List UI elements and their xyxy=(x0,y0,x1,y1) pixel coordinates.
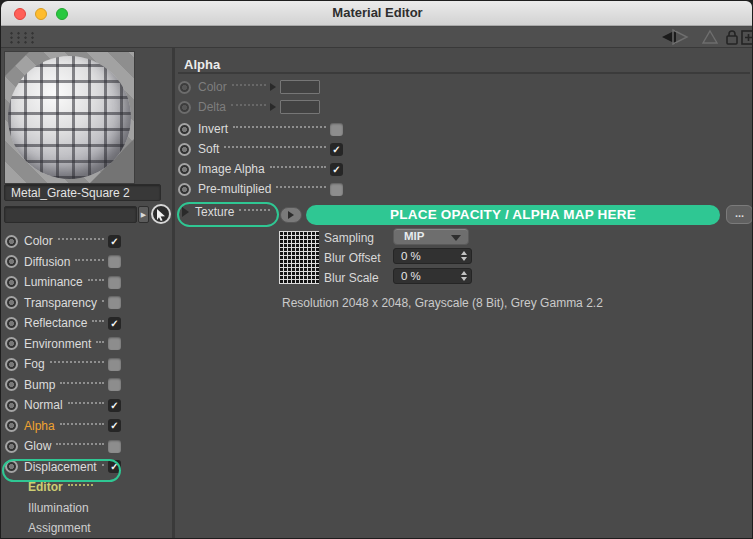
channel-row-displacement[interactable]: Displacement ✓ xyxy=(5,457,121,478)
channel-checkbox[interactable] xyxy=(108,440,121,453)
section-header: Alpha xyxy=(184,57,220,72)
channel-radio-icon[interactable] xyxy=(5,276,18,289)
color-swatch-field xyxy=(280,80,320,94)
channel-checkbox[interactable]: ✓ xyxy=(108,235,121,248)
invert-row: Invert xyxy=(178,119,343,139)
channel-checkbox[interactable] xyxy=(108,358,121,371)
channel-radio-icon[interactable] xyxy=(5,235,18,248)
channel-radio-icon[interactable] xyxy=(5,440,18,453)
channel-checkbox[interactable]: ✓ xyxy=(108,317,121,330)
channel-checkbox[interactable] xyxy=(108,255,121,268)
sampling-dropdown[interactable]: MIP xyxy=(393,228,469,245)
expand-arrow-icon xyxy=(270,83,276,91)
channel-checkbox[interactable]: ✓ xyxy=(108,460,121,473)
texture-row: Texture xyxy=(182,205,274,219)
stepper-icon[interactable] xyxy=(461,251,467,261)
channel-row-bump[interactable]: Bump xyxy=(5,375,121,396)
channel-radio-icon[interactable] xyxy=(5,378,18,391)
channel-checkbox[interactable] xyxy=(108,276,121,289)
enable-radio-icon xyxy=(178,101,191,114)
texture-resolution-info: Resolution 2048 x 2048, Grayscale (8 Bit… xyxy=(282,296,603,310)
channel-row-normal[interactable]: Normal ✓ xyxy=(5,395,121,416)
material-preview[interactable] xyxy=(4,51,135,184)
sampling-label: Sampling xyxy=(324,231,374,245)
page-item-assignment[interactable]: Assignment xyxy=(5,518,121,539)
soft-checkbox[interactable]: ✓ xyxy=(330,143,343,156)
material-link-field[interactable] xyxy=(4,206,137,223)
menu-arrow-icon xyxy=(288,211,294,219)
channel-radio-icon[interactable] xyxy=(5,296,18,309)
title-bar: Material Editor xyxy=(1,1,753,26)
blur-scale-label: Blur Scale xyxy=(324,271,379,285)
window-title: Material Editor xyxy=(1,5,753,20)
pre-multiplied-checkbox[interactable] xyxy=(330,183,343,196)
channel-row-luminance[interactable]: Luminance xyxy=(5,272,121,293)
channel-checkbox[interactable]: ✓ xyxy=(108,419,121,432)
parent-up-icon[interactable] xyxy=(700,28,720,46)
image-alpha-checkbox[interactable]: ✓ xyxy=(330,163,343,176)
material-preview-sphere xyxy=(8,56,131,179)
channel-radio-icon[interactable] xyxy=(5,358,18,371)
material-panel: ▶ Color ✓ Diffusion Luminance xyxy=(1,48,172,539)
channel-radio-icon[interactable] xyxy=(5,460,18,473)
channel-checkbox[interactable] xyxy=(108,378,121,391)
header-divider xyxy=(178,72,750,74)
channel-list: Color ✓ Diffusion Luminance Transparency xyxy=(1,231,121,539)
channel-row-transparency[interactable]: Transparency xyxy=(5,293,121,314)
lock-icon[interactable] xyxy=(724,28,740,46)
chevron-down-icon xyxy=(451,235,461,241)
new-window-plus-icon[interactable] xyxy=(740,28,753,46)
alpha-settings-panel: Alpha Color Delta Invert Soft ✓ xyxy=(175,48,753,539)
blur-scale-input[interactable]: 0 % xyxy=(393,268,472,284)
expand-arrow-icon xyxy=(270,103,276,111)
enable-radio-icon[interactable] xyxy=(178,143,191,156)
material-editor-window: Material Editor xyxy=(0,0,753,539)
blur-offset-label: Blur Offset xyxy=(324,251,380,265)
channel-row-diffusion[interactable]: Diffusion xyxy=(5,252,121,273)
enable-radio-icon xyxy=(178,81,191,94)
texture-menu-button[interactable] xyxy=(280,207,302,223)
page-item-illumination[interactable]: Illumination xyxy=(5,498,121,519)
pre-multiplied-row: Pre-multiplied xyxy=(178,179,343,199)
link-menu-arrow-button[interactable]: ▶ xyxy=(138,206,149,223)
enable-radio-icon[interactable] xyxy=(178,123,191,136)
material-name-input[interactable] xyxy=(4,184,161,201)
channel-row-fog[interactable]: Fog xyxy=(5,354,121,375)
grip-handle-icon[interactable] xyxy=(8,31,38,44)
expander-triangle-icon[interactable] xyxy=(182,207,189,217)
channel-radio-icon[interactable] xyxy=(5,317,18,330)
texture-browse-button[interactable]: ... xyxy=(726,205,753,224)
channel-radio-icon[interactable] xyxy=(5,399,18,412)
channel-row-color[interactable]: Color ✓ xyxy=(5,231,121,252)
preview-corner-decoration xyxy=(5,52,29,76)
enable-radio-icon[interactable] xyxy=(178,163,191,176)
channel-radio-icon[interactable] xyxy=(5,255,18,268)
editor-toolbar xyxy=(1,27,753,48)
channel-checkbox[interactable] xyxy=(108,337,121,350)
channel-row-alpha[interactable]: Alpha ✓ xyxy=(5,416,121,437)
channel-radio-icon[interactable] xyxy=(5,419,18,432)
opacity-map-annotation-banner: PLACE OPACITY / ALPHA MAP HERE xyxy=(306,205,720,225)
stepper-icon[interactable] xyxy=(461,271,467,281)
channel-row-environment[interactable]: Environment xyxy=(5,334,121,355)
cursor-arrow-icon xyxy=(155,208,167,221)
invert-checkbox[interactable] xyxy=(330,123,343,136)
channel-radio-icon[interactable] xyxy=(5,337,18,350)
alpha-color-row: Color xyxy=(178,77,320,97)
color-swatch-field xyxy=(280,100,320,114)
history-forward-icon[interactable] xyxy=(670,28,690,46)
alpha-delta-row: Delta xyxy=(178,97,320,117)
channel-checkbox[interactable] xyxy=(108,296,121,309)
image-alpha-row: Image Alpha ✓ xyxy=(178,159,343,179)
blur-offset-input[interactable]: 0 % xyxy=(393,248,472,264)
soft-row: Soft ✓ xyxy=(178,139,343,159)
texture-thumbnail[interactable] xyxy=(279,231,319,284)
page-item-editor[interactable]: Editor xyxy=(5,477,121,498)
channel-row-glow[interactable]: Glow xyxy=(5,436,121,457)
enable-radio-icon[interactable] xyxy=(178,183,191,196)
channel-checkbox[interactable]: ✓ xyxy=(108,399,121,412)
channel-row-reflectance[interactable]: Reflectance ✓ xyxy=(5,313,121,334)
pick-material-button[interactable] xyxy=(151,204,171,224)
